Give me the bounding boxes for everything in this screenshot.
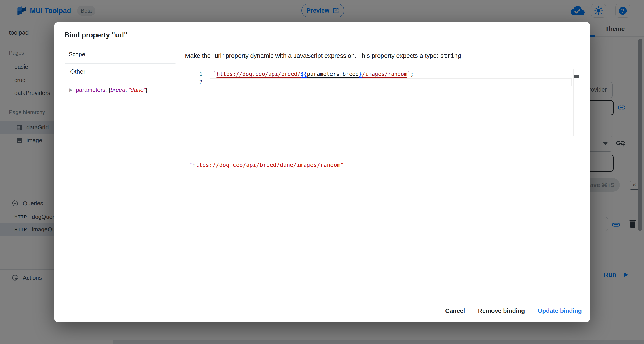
toolpad-app-screen: MUI Toolpad Beta Preview [0, 0, 644, 344]
dialog-description: Make the "url" property dynamic with a J… [185, 51, 579, 60]
scope-explorer: Other ▶ parameters: {breed: "dane"} [64, 63, 176, 99]
scope-group-label: Other [65, 64, 176, 80]
line-number: 2 [185, 78, 206, 86]
expected-type: string [440, 52, 461, 59]
overview-ruler-mark [574, 75, 579, 78]
scope-expression: parameters: {breed: "dane"} [76, 86, 148, 93]
cancel-button[interactable]: Cancel [445, 307, 465, 314]
code-line: `https://dog.ceo/api/breed/${parameters.… [213, 70, 414, 78]
dialog-title: Bind property "url" [64, 31, 127, 39]
dialog-actions: Cancel Remove binding Update binding [54, 306, 590, 316]
scope-tree-item[interactable]: ▶ parameters: {breed: "dane"} [65, 80, 176, 99]
remove-binding-button[interactable]: Remove binding [478, 307, 525, 314]
editor-scrollbar-gutter [573, 69, 574, 136]
evaluated-result: "https://dog.ceo/api/breed/dane/images/r… [189, 161, 344, 169]
tree-expand-icon[interactable]: ▶ [69, 87, 73, 92]
current-line-highlight [210, 78, 572, 86]
bind-property-dialog: Bind property "url" Scope Other ▶ parame… [54, 22, 590, 322]
scope-label: Scope [69, 51, 85, 58]
update-binding-button[interactable]: Update binding [538, 307, 582, 314]
line-number: 1 [185, 70, 206, 78]
js-expression-editor[interactable]: 1 2 `https://dog.ceo/api/breed/${paramet… [185, 69, 579, 136]
